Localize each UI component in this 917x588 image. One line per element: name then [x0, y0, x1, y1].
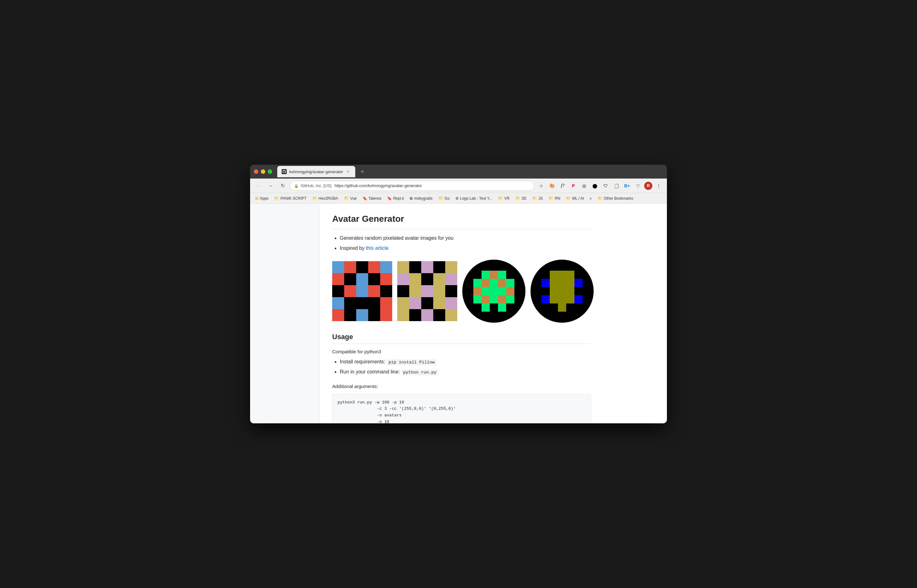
folder-icon: 📁: [438, 196, 443, 200]
function-icon[interactable]: f?: [558, 181, 567, 190]
color-wheel-icon[interactable]: 🎨: [548, 181, 556, 190]
bookmark-vr[interactable]: 📁 VR: [496, 195, 512, 202]
bookmark-label: RN: [555, 196, 560, 200]
pixel-grid-1: [332, 261, 392, 321]
bookmark-js[interactable]: 📁 JS: [530, 195, 545, 202]
usage-bullet-install: Install requirements: pip install Pillow: [340, 358, 591, 366]
folder-icon: 📁: [532, 196, 537, 200]
bookmark-label: 3D: [522, 196, 527, 200]
usage-heading: Usage: [332, 333, 591, 344]
url-text: https://github.com/kohrongying/avatar-ge…: [335, 183, 422, 188]
this-article-link[interactable]: this article: [366, 246, 389, 251]
favicon: ✿: [410, 196, 413, 200]
sidebar: [250, 204, 319, 423]
install-code: pip install Pillow: [387, 359, 437, 365]
folder-icon: 📁: [549, 196, 554, 200]
bookmark-hex2rgba[interactable]: 📁 Hex2RGBA: [310, 195, 341, 202]
bookmark-mlai[interactable]: 📁 ML / AI: [563, 195, 586, 202]
bookmark-talenox[interactable]: 🔖 Talenox: [360, 195, 384, 202]
favicon: 🔖: [363, 196, 367, 200]
run-code: python run.py: [401, 369, 438, 375]
new-tab-button[interactable]: +: [358, 167, 367, 176]
bookmark-label: JS: [538, 196, 543, 200]
additional-args-label: Additional arguments:: [332, 384, 591, 389]
menu-button[interactable]: ⋮: [654, 181, 663, 190]
bookmark-logolab[interactable]: ⚙ Logo Lab - Test Y...: [453, 195, 495, 202]
bookmark-mobygratis[interactable]: ✿ mobygratis: [407, 195, 435, 202]
main-content: Avatar Generator Generates random pixela…: [319, 204, 604, 423]
camera-icon[interactable]: ⬤: [590, 181, 599, 190]
browser-window: kohrongying/avatar-generator ✕ + ← → ↻ 🔒…: [250, 165, 667, 423]
tab-close-button[interactable]: ✕: [346, 169, 351, 174]
bookmark-label: Other Bookmarks: [604, 196, 633, 200]
pixel-grid-4: [541, 271, 583, 312]
github-favicon: [282, 169, 287, 174]
pinterest-icon[interactable]: P: [569, 181, 578, 190]
avatar-images-row: [332, 260, 591, 323]
bookmark-label: Hex2RGBA: [319, 196, 338, 200]
reload-button[interactable]: ↻: [278, 181, 287, 191]
bookmark-go[interactable]: 📁 Go: [436, 195, 452, 202]
forward-button[interactable]: →: [266, 181, 275, 191]
bookmark-rn[interactable]: 📁 RN: [546, 195, 563, 202]
bookmark-3d[interactable]: 📁 3D: [513, 195, 529, 202]
folder-icon: 📁: [498, 196, 503, 200]
shield-icon[interactable]: 🛡: [601, 181, 610, 190]
compatible-text: Compatible for python3: [332, 349, 591, 354]
bullet-generates: Generates random pixelated avatar images…: [340, 234, 591, 242]
usage-bullet-run: Run in your command line: python run.py: [340, 368, 591, 376]
maximize-button[interactable]: [268, 170, 272, 174]
bookmark-label: ML / AI: [572, 196, 584, 200]
bookmark-label: Repl.it: [393, 196, 404, 200]
folder-icon: 📁: [274, 196, 279, 200]
circle-avatar-4: [530, 260, 594, 323]
nav-icons: ☆ 🎨 f? P ◎ ⬤ 🛡 📋 B+ ▽ R ⋮: [537, 181, 663, 190]
bookmark-apps[interactable]: ⊞ Apps: [253, 195, 271, 202]
bookmark-label: Go: [445, 196, 450, 200]
content-area: Avatar Generator Generates random pixela…: [250, 204, 667, 423]
site-name: GitHub, Inc. [US]: [301, 183, 332, 188]
extension1-icon[interactable]: 📋: [612, 181, 621, 190]
bookmark-replit[interactable]: 🔖 Repl.it: [385, 195, 407, 202]
browser-tab[interactable]: kohrongying/avatar-generator ✕: [277, 166, 355, 177]
circle-avatar-3: [462, 260, 525, 323]
extension2-icon[interactable]: B+: [623, 181, 632, 190]
extension3-icon[interactable]: ▽: [633, 181, 642, 190]
folder-icon: 📁: [312, 196, 318, 200]
close-button[interactable]: [254, 170, 258, 174]
intro-bullets: Generates random pixelated avatar images…: [332, 234, 591, 252]
folder-icon: 📁: [515, 196, 520, 200]
title-bar: kohrongying/avatar-generator ✕ +: [250, 165, 667, 179]
navigation-bar: ← → ↻ 🔒 GitHub, Inc. [US] https://github…: [250, 179, 667, 193]
user-avatar[interactable]: R: [644, 182, 652, 190]
bookmark-label: VR: [504, 196, 510, 200]
star-button[interactable]: ☆: [537, 181, 546, 190]
lock-icon: 🔒: [294, 184, 299, 188]
pixel-avatar-2: [397, 261, 457, 321]
usage-bullets: Install requirements: pip install Pillow…: [332, 358, 591, 376]
bullet-inspired: Inspired by this article: [340, 244, 591, 252]
traffic-lights: [254, 170, 272, 174]
back-button[interactable]: ←: [254, 181, 263, 191]
bookmark-label: Talenox: [368, 196, 381, 200]
tab-title: kohrongying/avatar-generator: [289, 170, 343, 174]
page-title: Avatar Generator: [332, 214, 591, 229]
bookmarks-bar: ⊞ Apps 📁 PANIK SCRIPT 📁 Hex2RGBA 📁 Vue 🔖…: [250, 193, 667, 204]
bookmark-label: Logo Lab - Test Y...: [460, 196, 492, 200]
sourcegraph-icon[interactable]: ◎: [580, 181, 588, 190]
bookmark-vue[interactable]: 📁 Vue: [341, 195, 359, 202]
bookmark-more[interactable]: »: [587, 195, 594, 202]
minimize-button[interactable]: [261, 170, 265, 174]
address-bar[interactable]: 🔒 GitHub, Inc. [US] https://github.com/k…: [290, 181, 534, 191]
bookmark-label: PANIK SCRIPT: [280, 196, 306, 200]
folder-icon: 📁: [344, 196, 349, 200]
folder-icon: 📁: [566, 196, 571, 200]
bookmark-other[interactable]: 📁 Other Bookmarks: [595, 195, 636, 202]
pixel-avatar-1: [332, 261, 392, 321]
bookmark-panik[interactable]: 📁 PANIK SCRIPT: [272, 195, 309, 202]
pixel-grid-3: [473, 271, 514, 312]
bookmark-label: Vue: [350, 196, 357, 200]
folder-icon: ⊞: [255, 196, 259, 200]
code-block: python3 run.py -w 100 -p 10 -c 3 -cc '(2…: [332, 394, 591, 424]
folder-icon: 📁: [598, 196, 603, 200]
